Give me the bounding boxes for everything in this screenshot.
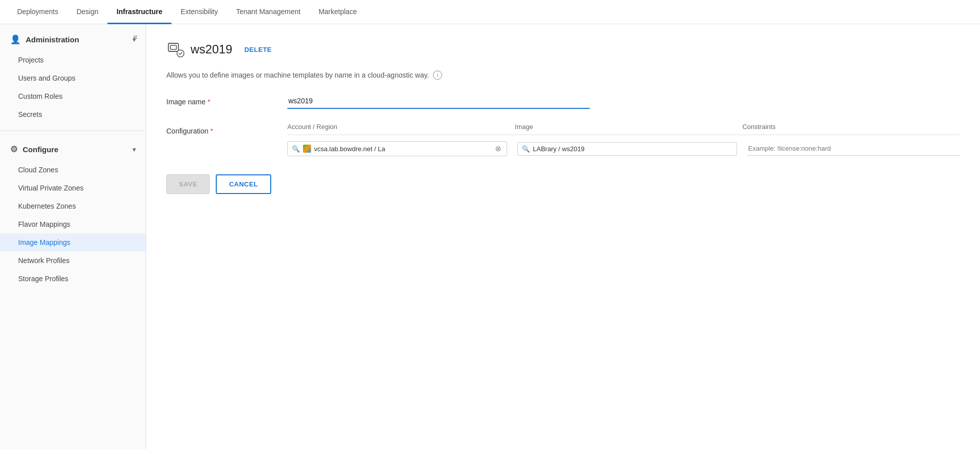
account-clear-button[interactable]: ⊗: [494, 144, 503, 153]
image-search-icon: 🔍: [522, 145, 530, 153]
nav-deployments[interactable]: Deployments: [8, 1, 68, 24]
image-name-field-area: [287, 94, 960, 109]
configuration-required: *: [210, 127, 213, 135]
sidebar-item-image-mappings[interactable]: Image Mappings: [0, 233, 146, 251]
svg-rect-1: [170, 45, 176, 49]
config-table-header: Account / Region Image Constraints: [287, 123, 960, 135]
sidebar-item-cloud-zones[interactable]: Cloud Zones: [0, 161, 146, 179]
image-field[interactable]: 🔍: [517, 142, 737, 156]
account-region-field[interactable]: 🔍 ⊗: [287, 141, 507, 156]
sidebar-item-kubernetes-zones[interactable]: Kubernetes Zones: [0, 197, 146, 215]
nav-design[interactable]: Design: [68, 1, 108, 24]
sidebar-item-custom-roles[interactable]: Custom Roles: [0, 87, 146, 105]
action-buttons: SAVE CANCEL: [166, 174, 960, 194]
account-search-icon: 🔍: [292, 145, 300, 153]
image-name-input[interactable]: [287, 94, 590, 109]
nav-infrastructure[interactable]: Infrastructure: [107, 1, 171, 24]
account-region-input[interactable]: [314, 145, 491, 153]
sidebar-item-storage-profiles[interactable]: Storage Profiles: [0, 270, 146, 288]
image-name-row: Image name*: [166, 94, 960, 109]
sidebar-administration-label: Administration: [26, 35, 79, 44]
col-account-region: Account / Region: [287, 123, 505, 131]
info-icon[interactable]: i: [433, 71, 442, 80]
administration-icon: 👤: [10, 34, 21, 45]
sidebar: « 👤 Administration ▾ Projects Users and …: [0, 24, 146, 449]
constraints-input[interactable]: [747, 142, 960, 156]
config-table: Account / Region Image Constraints 🔍 ⊗: [287, 123, 960, 156]
description-text: Allows you to define images or machine t…: [166, 71, 429, 79]
page-title: ws2019: [191, 42, 232, 56]
configuration-row: Configuration* Account / Region Image Co…: [166, 123, 960, 156]
nav-tenant-management[interactable]: Tenant Management: [227, 1, 310, 24]
configure-chevron-icon: ▾: [133, 146, 136, 153]
sidebar-item-network-profiles[interactable]: Network Profiles: [0, 251, 146, 270]
page-header: ws2019 DELETE: [166, 40, 960, 58]
col-image: Image: [515, 123, 732, 131]
configuration-label: Configuration*: [166, 123, 277, 135]
sidebar-configure-label: Configure: [23, 145, 58, 154]
cancel-button[interactable]: CANCEL: [216, 174, 271, 194]
sidebar-item-projects[interactable]: Projects: [0, 51, 146, 69]
image-input[interactable]: [533, 145, 732, 153]
sidebar-item-flavor-mappings[interactable]: Flavor Mappings: [0, 215, 146, 233]
main-layout: « 👤 Administration ▾ Projects Users and …: [0, 24, 980, 449]
configuration-field-area: Account / Region Image Constraints 🔍 ⊗: [287, 123, 960, 156]
page-title-area: ws2019: [166, 40, 232, 58]
configure-icon: ⚙: [10, 144, 18, 155]
vcsa-icon: [303, 145, 311, 153]
config-table-row: 🔍 ⊗ 🔍: [287, 141, 960, 156]
sidebar-administration-section: 👤 Administration ▾ Projects Users and Gr…: [0, 24, 146, 127]
sidebar-administration-header[interactable]: 👤 Administration ▾: [0, 28, 146, 51]
main-content: ws2019 DELETE Allows you to define image…: [146, 24, 980, 449]
top-nav: Deployments Design Infrastructure Extens…: [0, 0, 980, 24]
svg-rect-0: [168, 43, 178, 51]
sidebar-configure-section: ⚙ Configure ▾ Cloud Zones Virtual Privat…: [0, 134, 146, 292]
nav-extensibility[interactable]: Extensibility: [171, 1, 227, 24]
image-name-label-text: Image name: [166, 98, 206, 106]
nav-marketplace[interactable]: Marketplace: [310, 1, 366, 24]
sidebar-collapse-button[interactable]: «: [131, 30, 140, 43]
page-icon: [166, 40, 185, 58]
save-button[interactable]: SAVE: [166, 174, 210, 194]
sidebar-configure-header[interactable]: ⚙ Configure ▾: [0, 138, 146, 161]
image-name-required: *: [208, 98, 210, 106]
col-constraints: Constraints: [743, 123, 960, 131]
sidebar-divider: [0, 131, 146, 131]
sidebar-item-secrets[interactable]: Secrets: [0, 105, 146, 123]
delete-button[interactable]: DELETE: [240, 44, 276, 55]
sidebar-item-virtual-private-zones[interactable]: Virtual Private Zones: [0, 179, 146, 197]
configuration-label-text: Configuration: [166, 127, 208, 135]
image-name-label: Image name*: [166, 94, 277, 106]
page-description: Allows you to define images or machine t…: [166, 71, 960, 80]
sidebar-item-users-groups[interactable]: Users and Groups: [0, 69, 146, 87]
